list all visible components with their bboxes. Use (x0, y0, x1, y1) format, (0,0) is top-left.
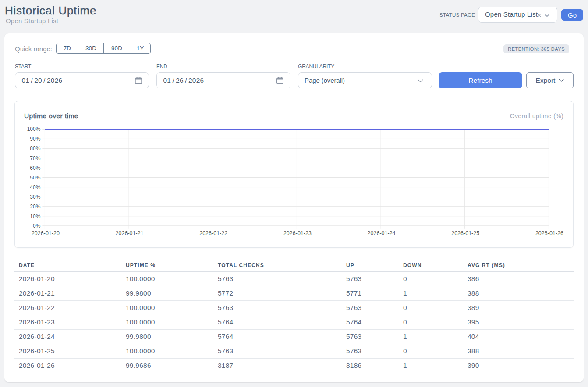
svg-text:90%: 90% (30, 136, 40, 142)
svg-text:2026-01-23: 2026-01-23 (283, 230, 312, 236)
svg-text:80%: 80% (30, 145, 40, 151)
svg-text:2026-01-22: 2026-01-22 (199, 230, 227, 236)
svg-text:40%: 40% (30, 184, 40, 190)
svg-text:10%: 10% (30, 213, 40, 219)
svg-text:20%: 20% (30, 204, 40, 210)
svg-text:0%: 0% (33, 223, 41, 229)
svg-text:2026-01-26: 2026-01-26 (535, 230, 563, 236)
svg-text:2026-01-24: 2026-01-24 (368, 230, 396, 236)
svg-text:2026-01-21: 2026-01-21 (116, 230, 144, 236)
svg-text:2026-01-25: 2026-01-25 (451, 230, 479, 236)
svg-text:100%: 100% (27, 126, 41, 132)
svg-text:2026-01-20: 2026-01-20 (32, 230, 60, 236)
svg-text:30%: 30% (30, 194, 40, 200)
svg-text:60%: 60% (30, 165, 40, 171)
svg-text:50%: 50% (30, 175, 40, 181)
svg-text:70%: 70% (30, 155, 40, 162)
